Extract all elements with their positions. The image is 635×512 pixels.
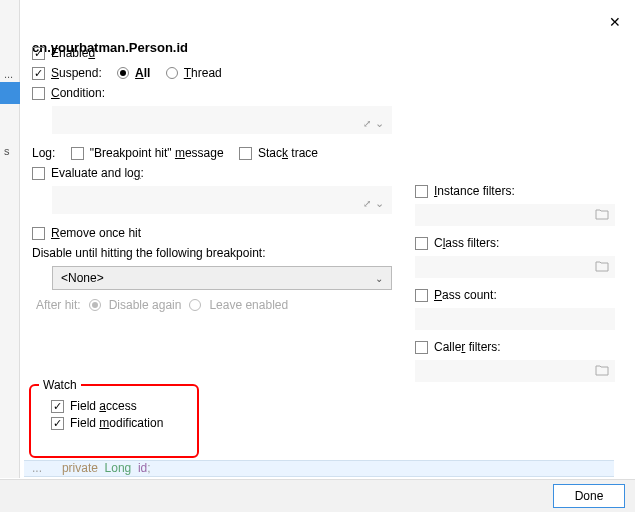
disable-until-value: <None> bbox=[61, 271, 104, 285]
disable-until-label: Disable until hitting the following brea… bbox=[32, 246, 265, 260]
instance-filters-input[interactable] bbox=[415, 204, 615, 226]
disable-again-label: Disable again bbox=[109, 298, 182, 312]
evaluate-log-label: Evaluate and log: bbox=[51, 166, 144, 180]
leave-enabled-radio bbox=[189, 299, 201, 311]
remove-once-label: Remove once hit bbox=[51, 226, 141, 240]
suspend-label: Suspend: bbox=[51, 66, 102, 80]
left-sidebar: ... s bbox=[0, 0, 20, 478]
done-button[interactable]: Done bbox=[553, 484, 625, 508]
after-hit-label: After hit: bbox=[36, 298, 81, 312]
suspend-thread-label: Thread bbox=[184, 66, 222, 80]
bp-hit-msg-label: "Breakpoint hit" message bbox=[90, 146, 224, 160]
stack-trace-checkbox[interactable] bbox=[239, 147, 252, 160]
chevron-down-icon: ⌄ bbox=[375, 273, 383, 284]
enabled-checkbox[interactable] bbox=[32, 47, 45, 60]
folder-icon[interactable] bbox=[595, 364, 609, 376]
field-access-label: Field access bbox=[70, 399, 137, 413]
remove-once-checkbox[interactable] bbox=[32, 227, 45, 240]
sidebar-fragment-1: ... bbox=[4, 68, 13, 80]
instance-filters-checkbox[interactable] bbox=[415, 185, 428, 198]
dialog-footer: Done bbox=[0, 479, 635, 512]
bp-hit-msg-checkbox[interactable] bbox=[71, 147, 84, 160]
watch-group: Watch Field access Field modification bbox=[29, 384, 199, 458]
pass-count-input[interactable] bbox=[415, 308, 615, 330]
enabled-label: Enabled bbox=[51, 46, 95, 60]
disable-again-radio bbox=[89, 299, 101, 311]
condition-checkbox[interactable] bbox=[32, 87, 45, 100]
close-icon[interactable]: ✕ bbox=[609, 14, 621, 30]
field-modification-label: Field modification bbox=[70, 416, 163, 430]
watch-legend: Watch bbox=[39, 378, 81, 392]
code-preview: ... private Long id; bbox=[24, 460, 614, 477]
folder-icon[interactable] bbox=[595, 260, 609, 272]
suspend-all-radio[interactable] bbox=[117, 67, 129, 79]
sidebar-selection[interactable] bbox=[0, 82, 20, 104]
caller-filters-input[interactable] bbox=[415, 360, 615, 382]
class-filters-input[interactable] bbox=[415, 256, 615, 278]
stack-trace-label: Stack trace bbox=[258, 146, 318, 160]
suspend-checkbox[interactable] bbox=[32, 67, 45, 80]
expand-icon[interactable] bbox=[363, 196, 384, 210]
class-filters-checkbox[interactable] bbox=[415, 237, 428, 250]
condition-input[interactable] bbox=[52, 106, 392, 134]
pass-count-label: Pass count: bbox=[434, 288, 497, 302]
pass-count-checkbox[interactable] bbox=[415, 289, 428, 302]
suspend-all-label: All bbox=[135, 66, 150, 80]
evaluate-log-input[interactable] bbox=[52, 186, 392, 214]
evaluate-log-checkbox[interactable] bbox=[32, 167, 45, 180]
disable-until-select[interactable]: <None> ⌄ bbox=[52, 266, 392, 290]
instance-filters-label: Instance filters: bbox=[434, 184, 515, 198]
sidebar-fragment-2: s bbox=[4, 145, 10, 157]
caller-filters-label: Caller filters: bbox=[434, 340, 501, 354]
field-modification-checkbox[interactable] bbox=[51, 417, 64, 430]
expand-icon[interactable] bbox=[363, 116, 384, 130]
caller-filters-checkbox[interactable] bbox=[415, 341, 428, 354]
field-access-checkbox[interactable] bbox=[51, 400, 64, 413]
log-label: Log: bbox=[32, 146, 55, 160]
leave-enabled-label: Leave enabled bbox=[209, 298, 288, 312]
class-filters-label: Class filters: bbox=[434, 236, 499, 250]
folder-icon[interactable] bbox=[595, 208, 609, 220]
suspend-thread-radio[interactable] bbox=[166, 67, 178, 79]
condition-label: Condition: bbox=[51, 86, 105, 100]
